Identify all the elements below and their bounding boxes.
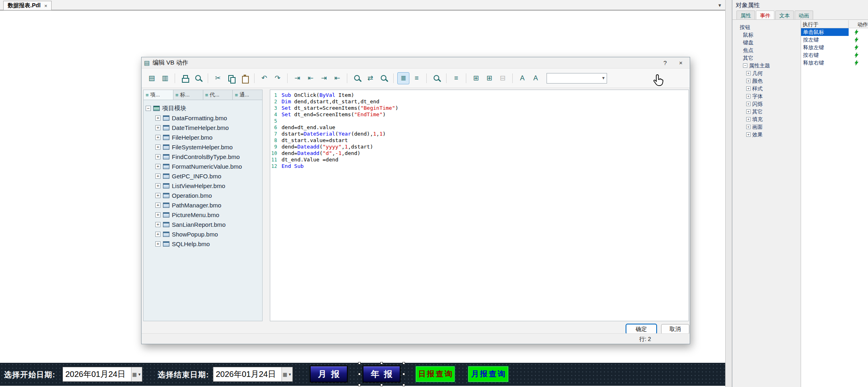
props-tree-root[interactable]: 按钮 <box>732 23 801 31</box>
lightning-icon[interactable] <box>849 37 859 42</box>
module-tree-item[interactable]: +SanLianReport.bmo <box>146 220 260 229</box>
cancel-button[interactable]: 取消 <box>661 324 689 334</box>
props-tab-1[interactable]: 属性 <box>737 10 755 19</box>
code-line[interactable]: 7dstart=DateSerial(Year(dend),1,1) <box>270 131 689 137</box>
code-line[interactable]: 8dt_start.value=dstart <box>270 137 689 144</box>
code-editor[interactable]: 1Sub OnClick(ByVal Item)2Dim dend,dstart… <box>270 90 689 321</box>
toolbar-search-combo[interactable] <box>547 73 607 84</box>
module-tab-2[interactable]: ≡标... <box>173 90 203 100</box>
module-tree-item[interactable]: +FindControlsByType.bmo <box>146 152 260 161</box>
dialog-titlebar[interactable]: ▤ 编辑 VB 动作 ? × <box>142 57 690 69</box>
module-tree-item[interactable]: +DataFormatting.bmo <box>146 113 260 123</box>
expand-icon[interactable]: + <box>746 109 751 114</box>
end-date-dropdown-button[interactable]: ▦ ▼ <box>282 367 292 381</box>
module-tab-4[interactable]: ≡通... <box>233 90 263 100</box>
expand-icon[interactable]: + <box>746 94 751 98</box>
redo-icon[interactable]: ↷ <box>271 72 284 84</box>
font-settings-icon[interactable]: A <box>530 72 542 84</box>
expand-icon[interactable]: + <box>746 132 751 137</box>
module-tree-item[interactable]: +ShowPopup.bmo <box>146 229 260 239</box>
new-form-icon[interactable]: ▤ <box>146 72 158 84</box>
selection-handle[interactable] <box>380 362 383 364</box>
insert-row-above-icon[interactable]: ⊞ <box>470 72 482 84</box>
module-tree-item[interactable]: +Operation.bmo <box>146 190 260 200</box>
module-tree-item[interactable]: +ListViewHelper.bmo <box>146 181 260 190</box>
close-button[interactable]: × <box>674 58 687 68</box>
ok-button[interactable]: 确定 <box>626 324 657 335</box>
line-numbers-icon[interactable]: ≣ <box>397 72 409 84</box>
lightning-icon[interactable] <box>849 52 859 58</box>
end-date-picker[interactable]: 2026年01月24日 ▦ ▼ <box>213 367 293 382</box>
expand-icon[interactable]: + <box>155 241 161 247</box>
expand-icon[interactable]: + <box>155 125 161 130</box>
block-indent-icon[interactable]: ⇥ <box>318 72 330 84</box>
module-tree-item[interactable]: +PathManager.bmo <box>146 200 260 210</box>
selection-handle[interactable] <box>403 373 405 375</box>
replace-icon[interactable]: ⇄ <box>364 72 376 84</box>
code-line[interactable]: 3Set dt_start=ScreenItems("BeginTime") <box>270 105 689 111</box>
expand-icon[interactable]: + <box>155 193 161 198</box>
props-tree-theme-item[interactable]: +样式 <box>732 85 801 92</box>
module-tree-item[interactable]: +FileSystemHelper.bmo <box>146 142 260 152</box>
module-tree-item[interactable]: +FormatNumericValue.bmo <box>146 161 260 171</box>
find-icon[interactable] <box>351 72 363 84</box>
props-tree-item[interactable]: 键盘 <box>732 39 801 46</box>
font-check-icon[interactable]: A <box>516 72 528 84</box>
block-outdent-icon[interactable]: ⇤ <box>331 72 343 84</box>
paste-icon[interactable] <box>238 72 250 84</box>
indent-left-icon[interactable]: ⇤ <box>305 72 317 84</box>
selection-handle[interactable] <box>358 373 361 375</box>
props-tree-theme-item[interactable]: +几何 <box>732 69 801 77</box>
lightning-icon[interactable] <box>849 29 859 35</box>
expand-icon[interactable]: + <box>746 102 751 106</box>
expand-icon[interactable]: + <box>155 154 161 159</box>
tab-list-dropdown-icon[interactable]: ▼ <box>718 3 722 8</box>
props-tab-3[interactable]: 文本 <box>775 10 794 19</box>
zoom-icon[interactable] <box>430 72 442 84</box>
tab-close-icon[interactable]: × <box>44 3 48 9</box>
find-next-icon[interactable] <box>378 72 390 84</box>
expand-icon[interactable]: + <box>155 212 161 218</box>
expand-icon[interactable]: + <box>746 86 751 91</box>
props-tree-item[interactable]: 鼠标 <box>732 31 801 39</box>
expand-icon[interactable]: + <box>155 164 161 169</box>
props-tab-4[interactable]: 动画 <box>795 10 813 19</box>
props-tree-theme[interactable]: −属性主题 <box>732 62 801 69</box>
code-line[interactable]: 6dend=dt_end.value <box>270 124 689 131</box>
expand-icon[interactable]: + <box>155 135 161 140</box>
monthly-report-button[interactable]: 月报 <box>310 366 348 383</box>
selection-handle[interactable] <box>380 384 383 386</box>
indent-right-icon[interactable]: ⇥ <box>291 72 303 84</box>
align-icon[interactable]: ≡ <box>450 72 462 84</box>
expand-icon[interactable]: + <box>155 183 161 188</box>
expand-icon[interactable]: + <box>155 232 161 237</box>
undo-icon[interactable]: ↶ <box>258 72 270 84</box>
props-tree-item[interactable]: 其它 <box>732 54 801 62</box>
expand-icon[interactable]: + <box>746 117 751 121</box>
expand-icon[interactable]: + <box>746 125 751 129</box>
props-tab-2[interactable]: 事件 <box>756 10 774 19</box>
module-tree-item[interactable]: +FileHelper.bmo <box>146 132 260 142</box>
start-date-picker[interactable]: 2026年01月24日 ▦ ▼ <box>63 367 142 382</box>
code-line[interactable]: 4Set dt_end=ScreenItems("EndTime") <box>270 111 689 118</box>
event-row[interactable]: 按右键 <box>801 51 868 59</box>
expand-icon[interactable]: + <box>155 115 161 121</box>
module-tab-3[interactable]: ≡代... <box>203 90 233 100</box>
print-preview-icon[interactable] <box>192 72 204 84</box>
event-row[interactable]: 单击鼠标 <box>801 28 868 36</box>
props-tree-theme-item[interactable]: +其它 <box>732 108 801 115</box>
code-line[interactable]: 10dend=Dateadd("d",-1,dend) <box>270 150 689 157</box>
event-row[interactable]: 按左键 <box>801 36 868 44</box>
lightning-icon[interactable] <box>849 45 859 50</box>
module-tree-item[interactable]: +GetPC_INFO.bmo <box>146 171 260 181</box>
expand-icon[interactable]: + <box>746 79 751 83</box>
help-button[interactable]: ? <box>659 58 672 68</box>
panel-splitter[interactable] <box>725 0 732 387</box>
print-icon[interactable] <box>179 72 191 84</box>
expand-icon[interactable]: + <box>155 203 161 208</box>
daily-query-button[interactable]: 日报查询 <box>415 366 455 383</box>
module-tree-item[interactable]: +SQLHelp.bmo <box>146 239 260 249</box>
props-tree-theme-item[interactable]: +闪烁 <box>732 100 801 108</box>
props-tree-theme-item[interactable]: +颜色 <box>732 77 801 85</box>
code-line[interactable]: 11dt_end.Value =dend <box>270 157 689 163</box>
